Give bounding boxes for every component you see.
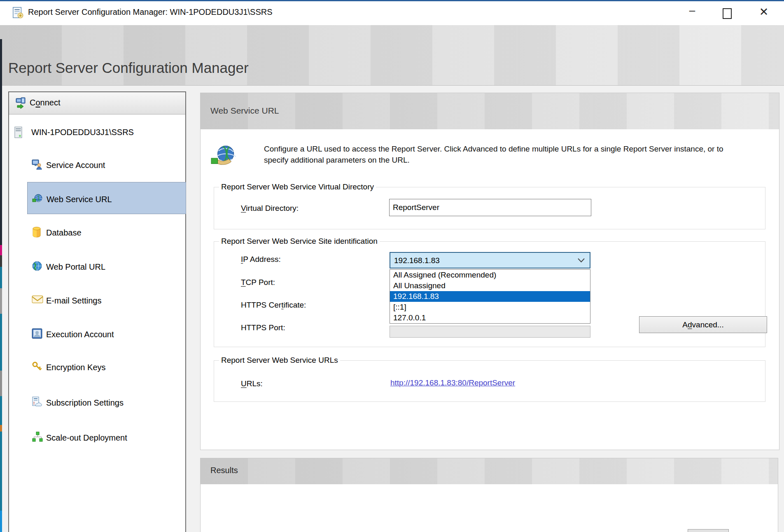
execution-account-icon — [32, 328, 42, 339]
connect-icon — [16, 97, 27, 109]
results-title: Results — [210, 466, 238, 475]
panel-header: Web Service URL — [201, 93, 779, 129]
sidebar-item-label: E-mail Settings — [46, 296, 102, 306]
maximize-icon — [723, 8, 732, 19]
minimize-button[interactable]: – — [679, 1, 706, 24]
sidebar: Connect WIN-1PODEDDU3J1\SSRS Service Acc… — [8, 91, 186, 532]
subscription-settings-icon — [32, 397, 42, 407]
sidebar-item-label: Web Service URL — [47, 195, 112, 204]
sidebar-item-subscription-settings[interactable]: Subscription Settings — [27, 386, 186, 418]
chevron-down-icon — [578, 258, 585, 263]
report-server-url-link[interactable]: http://192.168.1.83:80/ReportServer — [390, 378, 515, 387]
virtual-directory-group-legend: Report Server Web Service Virtual Direct… — [219, 182, 376, 191]
ip-address-option-list: All Assigned (Recommended) All Unassigne… — [390, 269, 590, 324]
advanced-button[interactable]: Advanced... — [639, 316, 767, 333]
ip-address-dropdown[interactable]: 192.168.1.83 — [390, 252, 590, 268]
sidebar-item-execution-account[interactable]: Execution Account — [27, 317, 186, 350]
urls-group-legend: Report Server Web Service URLs — [219, 356, 340, 365]
dropdown-option[interactable]: All Assigned (Recommended) — [390, 270, 590, 280]
server-name-label: WIN-1PODEDDU3J1\SSRS — [31, 128, 134, 137]
close-button[interactable]: ✕ — [750, 1, 777, 24]
sidebar-connect-button[interactable]: Connect — [9, 92, 185, 114]
https-certificate-label: HTTPS Certificate: — [241, 301, 306, 310]
title-bar: Report Server Configuration Manager: WIN… — [0, 0, 784, 26]
sidebar-item-email-settings[interactable]: E-mail Settings — [27, 284, 186, 316]
sidebar-item-label: Service Account — [46, 161, 105, 170]
urls-group: Report Server Web Service URLs URLs: htt… — [214, 360, 765, 402]
bottom-button-partial[interactable] — [688, 529, 729, 532]
sidebar-item-scale-out-deployment[interactable]: Scale-out Deployment — [27, 421, 186, 453]
results-header: Results — [201, 458, 778, 484]
ip-address-label: IP Address: — [241, 255, 281, 264]
sidebar-item-label: Encryption Keys — [46, 363, 106, 372]
page-title: Report Server Configuration Manager — [8, 60, 249, 76]
service-account-icon — [32, 159, 42, 170]
encryption-keys-icon — [32, 361, 42, 372]
panel-description: Configure a URL used to access the Repor… — [264, 143, 733, 166]
report-server-configuration-manager-window: Report Server Configuration Manager: WIN… — [0, 0, 784, 532]
sidebar-item-label: Web Portal URL — [46, 262, 105, 272]
results-panel: Results — [200, 458, 778, 532]
panel-title: Web Service URL — [210, 106, 279, 116]
sidebar-server-node[interactable]: WIN-1PODEDDU3J1\SSRS — [13, 124, 182, 141]
site-identification-group: Report Server Web Service Site identific… — [214, 241, 765, 347]
web-portal-url-icon — [32, 261, 42, 271]
sidebar-item-web-service-url[interactable]: Web Service URL — [27, 182, 186, 214]
https-port-input-disabled — [390, 326, 590, 338]
database-icon — [32, 226, 42, 238]
email-icon — [32, 294, 43, 304]
sidebar-item-label: Subscription Settings — [46, 398, 124, 408]
dropdown-option-selected[interactable]: 192.168.1.83 — [390, 291, 590, 302]
sidebar-item-encryption-keys[interactable]: Encryption Keys — [27, 350, 186, 383]
web-service-globe-icon — [210, 144, 238, 168]
virtual-directory-input[interactable] — [389, 199, 591, 216]
maximize-button[interactable] — [713, 1, 740, 24]
sidebar-item-label: Scale-out Deployment — [46, 433, 127, 443]
sidebar-item-web-portal-url[interactable]: Web Portal URL — [27, 250, 186, 282]
urls-label: URLs: — [241, 379, 263, 388]
web-service-url-icon — [32, 193, 43, 204]
server-icon — [13, 126, 24, 139]
tcp-port-label: TCP Port: — [241, 278, 275, 287]
sidebar-item-database[interactable]: Database — [27, 216, 186, 248]
app-icon — [12, 7, 24, 19]
connect-label: Connect — [30, 98, 61, 107]
virtual-directory-group: Report Server Web Service Virtual Direct… — [214, 187, 765, 229]
page-header: Report Server Configuration Manager — [0, 25, 784, 86]
sidebar-item-label: Database — [46, 228, 82, 238]
sidebar-item-label: Execution Account — [46, 330, 114, 339]
dropdown-option[interactable]: All Unassigned — [390, 280, 590, 291]
virtual-directory-label: Virtual Directory: — [241, 204, 299, 213]
window-title: Report Server Configuration Manager: WIN… — [28, 7, 273, 17]
site-identification-group-legend: Report Server Web Service Site identific… — [219, 237, 380, 246]
main-panel: Web Service URL Configure a URL used to … — [200, 93, 779, 450]
https-port-label: HTTPS Port: — [241, 323, 285, 332]
ip-address-selected-value: 192.168.1.83 — [394, 256, 440, 265]
sidebar-item-service-account[interactable]: Service Account — [27, 148, 186, 180]
dropdown-option[interactable]: 127.0.0.1 — [390, 313, 590, 323]
scale-out-deployment-icon — [32, 432, 43, 442]
dropdown-option[interactable]: [::1] — [390, 302, 590, 313]
